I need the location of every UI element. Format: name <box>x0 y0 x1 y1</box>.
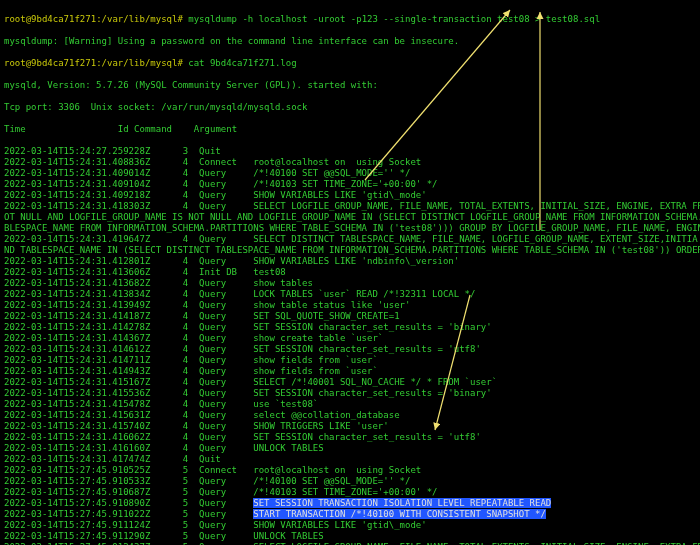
log-argument: /*!40100 SET @@SQL_MODE='' */ <box>253 168 410 178</box>
log-row: 2022-03-14T15:24:31.415536Z 4 Query SET … <box>4 388 696 399</box>
prompt-user-host: root@9bd4ca71f271 <box>4 14 96 24</box>
log-argument: UNLOCK TABLES <box>253 531 323 541</box>
log-row: 2022-03-14T15:24:31.414612Z 4 Query SET … <box>4 344 696 355</box>
log-row: 2022-03-14T15:24:31.415167Z 4 Query SELE… <box>4 377 696 388</box>
log-row: 2022-03-14T15:24:31.419647Z 4 Query SELE… <box>4 234 696 245</box>
log-argument: select @@collation_database <box>253 410 399 420</box>
log-argument: show table status like 'user' <box>253 300 410 310</box>
log-argument: SET SESSION TRANSACTION ISOLATION LEVEL … <box>253 498 551 508</box>
log-argument: show tables <box>253 278 313 288</box>
log-argument: root@localhost on using Socket <box>253 465 421 475</box>
log-argument: START TRANSACTION /*!40100 WITH CONSISTE… <box>253 509 546 519</box>
log-row: 2022-03-14T15:24:31.416160Z 4 Query UNLO… <box>4 443 696 454</box>
command-input: cat 9bd4ca71f271.log <box>188 58 296 68</box>
log-row: 2022-03-14T15:24:27.259228Z 3 Quit <box>4 146 696 157</box>
log-argument: test08 <box>253 267 286 277</box>
log-row: 2022-03-14T15:24:31.415740Z 4 Query SHOW… <box>4 421 696 432</box>
log-row: 2022-03-14T15:27:45.910687Z 5 Query /*!4… <box>4 487 696 498</box>
log-argument: UNLOCK TABLES <box>253 443 323 453</box>
log-argument: SELECT LOGFILE_GROUP_NAME, FILE_NAME, TO… <box>253 201 700 211</box>
prompt-sep: # <box>177 14 182 24</box>
log-argument: root@localhost on using Socket <box>253 157 421 167</box>
banner-line: mysqld, Version: 5.7.26 (MySQL Community… <box>4 80 696 91</box>
log-row: 2022-03-14T15:24:31.415631Z 4 Query sele… <box>4 410 696 421</box>
log-row: 2022-03-14T15:24:31.413834Z 4 Query LOCK… <box>4 289 696 300</box>
log-row: 2022-03-14T15:24:31.417474Z 4 Quit <box>4 454 696 465</box>
log-argument: show fields from `user` <box>253 355 378 365</box>
log-argument: LOCK TABLES `user` READ /*!32311 LOCAL *… <box>253 289 475 299</box>
log-row: 2022-03-14T15:24:31.409014Z 4 Query /*!4… <box>4 168 696 179</box>
log-row: 2022-03-14T15:24:31.414943Z 4 Query show… <box>4 366 696 377</box>
log-argument: use `test08` <box>253 399 318 409</box>
log-row: 2022-03-14T15:24:31.413606Z 4 Init DB te… <box>4 267 696 278</box>
log-wrap-line: BLESPACE_NAME FROM INFORMATION_SCHEMA.PA… <box>4 223 696 234</box>
log-argument: SHOW VARIABLES LIKE 'gtid\_mode' <box>253 190 426 200</box>
log-wrap-line: ND TABLESPACE_NAME IN (SELECT DISTINCT T… <box>4 245 696 256</box>
log-row: 2022-03-14T15:24:31.416062Z 4 Query SET … <box>4 432 696 443</box>
command-input: mysqldump -h localhost -uroot -p123 --si… <box>188 14 600 24</box>
log-argument: SHOW TRIGGERS LIKE 'user' <box>253 421 388 431</box>
log-argument: /*!40100 SET @@SQL_MODE='' */ <box>253 476 410 486</box>
log-row: 2022-03-14T15:24:31.413949Z 4 Query show… <box>4 300 696 311</box>
log-row: 2022-03-14T15:27:45.910533Z 5 Query /*!4… <box>4 476 696 487</box>
log-row: 2022-03-14T15:24:31.409104Z 4 Query /*!4… <box>4 179 696 190</box>
log-row: 2022-03-14T15:24:31.408836Z 4 Connect ro… <box>4 157 696 168</box>
log-row: 2022-03-14T15:27:45.911022Z 5 Query STAR… <box>4 509 696 520</box>
log-argument: SET SESSION character_set_results = 'utf… <box>253 344 481 354</box>
log-argument: SHOW VARIABLES LIKE 'gtid\_mode' <box>253 520 426 530</box>
log-row: 2022-03-14T15:27:45.910890Z 5 Query SET … <box>4 498 696 509</box>
banner-line: Tcp port: 3306 Unix socket: /var/run/mys… <box>4 102 696 113</box>
log-row: 2022-03-14T15:24:31.418303Z 4 Query SELE… <box>4 201 696 212</box>
log-argument: SELECT DISTINCT TABLESPACE_NAME, FILE_NA… <box>253 234 697 244</box>
warning-line: mysqldump: [Warning] Using a password on… <box>4 36 696 47</box>
log-row: 2022-03-14T15:24:31.413682Z 4 Query show… <box>4 278 696 289</box>
log-argument: SET SQL_QUOTE_SHOW_CREATE=1 <box>253 311 399 321</box>
log-argument: /*!40103 SET TIME_ZONE='+00:00' */ <box>253 487 437 497</box>
log-row: 2022-03-14T15:24:31.414367Z 4 Query show… <box>4 333 696 344</box>
log-row: 2022-03-14T15:24:31.414711Z 4 Query show… <box>4 355 696 366</box>
log-argument: /*!40103 SET TIME_ZONE='+00:00' */ <box>253 179 437 189</box>
log-argument: SELECT /*!40001 SQL_NO_CACHE */ * FROM `… <box>253 377 497 387</box>
log-row: 2022-03-14T15:24:31.412801Z 4 Query SHOW… <box>4 256 696 267</box>
log-row: 2022-03-14T15:24:31.415478Z 4 Query use … <box>4 399 696 410</box>
log-argument: show create table `user` <box>253 333 383 343</box>
log-argument: SET SESSION character_set_results = 'utf… <box>253 432 481 442</box>
prompt-path: /var/lib/mysql <box>102 14 178 24</box>
log-header: Time Id Command Argument <box>4 124 696 135</box>
log-argument: SHOW VARIABLES LIKE 'ndbinfo\_version' <box>253 256 459 266</box>
log-wrap-line: OT NULL AND LOGFILE_GROUP_NAME IS NOT NU… <box>4 212 696 223</box>
log-row: 2022-03-14T15:24:31.414187Z 4 Query SET … <box>4 311 696 322</box>
log-argument: show fields from `user` <box>253 366 378 376</box>
log-row: 2022-03-14T15:27:45.911290Z 5 Query UNLO… <box>4 531 696 542</box>
log-row: 2022-03-14T15:27:45.911124Z 5 Query SHOW… <box>4 520 696 531</box>
terminal-output[interactable]: root@9bd4ca71f271:/var/lib/mysql# mysqld… <box>0 0 700 545</box>
log-argument: SET SESSION character_set_results = 'bin… <box>253 322 491 332</box>
log-row: 2022-03-14T15:24:31.409218Z 4 Query SHOW… <box>4 190 696 201</box>
log-argument: SET SESSION character_set_results = 'bin… <box>253 388 491 398</box>
log-row: 2022-03-14T15:27:45.910525Z 5 Connect ro… <box>4 465 696 476</box>
log-row: 2022-03-14T15:24:31.414278Z 4 Query SET … <box>4 322 696 333</box>
